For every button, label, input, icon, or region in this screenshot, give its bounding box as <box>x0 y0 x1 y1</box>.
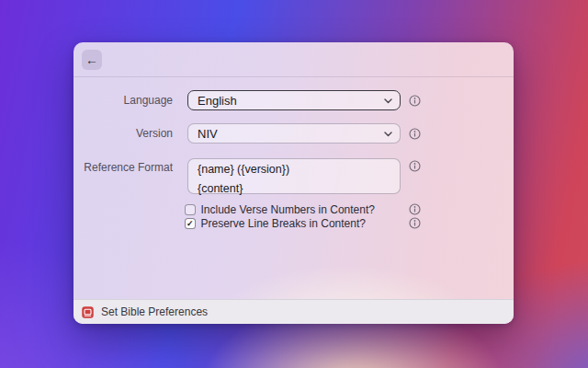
chevron-down-icon <box>384 98 392 104</box>
language-selected-value: English <box>198 94 384 108</box>
reference-format-label: Reference Format <box>74 162 173 174</box>
verse-numbers-label: Include Verse Numbers in Content? <box>201 203 375 216</box>
window-footer: Set Bible Preferences <box>74 299 514 324</box>
language-dropdown[interactable]: English <box>187 90 401 110</box>
bible-book-icon <box>82 306 94 318</box>
window-header: ← <box>74 42 514 77</box>
command-name: Set Bible Preferences <box>101 305 208 318</box>
version-label: Version <box>74 128 173 140</box>
version-info-icon[interactable] <box>409 128 421 140</box>
verse-numbers-info-icon[interactable] <box>409 203 421 215</box>
version-selected-value: NIV <box>198 127 384 141</box>
reference-format-info-icon[interactable] <box>409 160 421 172</box>
reference-format-value: {name} ({version}) {content} <box>188 159 400 200</box>
preferences-window: ← Language English Version NIV Reference… <box>74 42 514 324</box>
language-info-icon[interactable] <box>409 95 421 107</box>
verse-numbers-row: ✓ Include Verse Numbers in Content? <box>185 204 375 215</box>
back-arrow-icon: ← <box>85 53 98 66</box>
back-button[interactable]: ← <box>82 50 102 70</box>
line-breaks-info-icon[interactable] <box>409 217 421 229</box>
checkmark-icon: ✓ <box>187 220 194 228</box>
language-label: Language <box>74 95 173 107</box>
checkbox[interactable]: ✓ <box>185 218 196 229</box>
checkbox[interactable]: ✓ <box>185 204 196 215</box>
reference-format-textarea[interactable]: {name} ({version}) {content} <box>187 158 401 194</box>
desktop-background: ← Language English Version NIV Reference… <box>0 0 588 368</box>
version-dropdown[interactable]: NIV <box>187 123 401 144</box>
line-breaks-label: Preserve Line Breaks in Content? <box>201 217 366 230</box>
line-breaks-row: ✓ Preserve Line Breaks in Content? <box>185 218 366 229</box>
chevron-down-icon <box>384 132 392 137</box>
